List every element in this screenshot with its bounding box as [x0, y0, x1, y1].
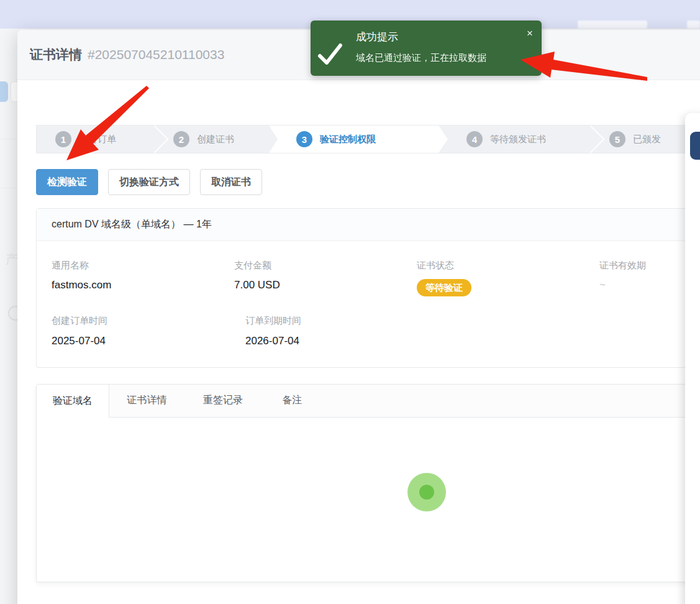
loading-spinner-dot: [419, 485, 434, 500]
tab-content-loading: [37, 418, 700, 582]
product-title: certum DV 域名级（单域名） — 1年: [37, 209, 700, 241]
field-value: 2026-07-04: [245, 335, 439, 347]
check-validation-button[interactable]: 检测验证: [36, 169, 98, 195]
field-payment-amount: 支付金额 7.00 USD: [234, 260, 417, 296]
side-panel-button[interactable]: [690, 132, 700, 160]
step-number-badge: 3: [296, 131, 312, 147]
modal-body: 1 支付订单 2 创建证书 3 验证控制权限 4 等待颁发证书 5 已颁发: [17, 80, 700, 582]
obscured-header-text: [687, 21, 700, 29]
step-number-badge: 4: [466, 131, 483, 147]
field-row: 创建订单时间 2025-07-04 订单到期时间 2026-07-04: [52, 315, 700, 347]
field-value: fastmos.com: [52, 279, 234, 291]
obscured-header-text: [578, 21, 647, 29]
field-label: 订单到期时间: [245, 315, 439, 326]
field-order-expires: 订单到期时间 2026-07-04: [245, 315, 439, 347]
side-panel: [685, 113, 700, 604]
background-text-fragment: 产: [6, 251, 18, 268]
tab-resign-records[interactable]: 重签记录: [184, 385, 261, 417]
field-label: 创建订单时间: [52, 315, 245, 326]
step-label: 创建证书: [197, 134, 234, 145]
detail-tabs-card: 验证域名 证书详情 重签记录 备注: [36, 384, 700, 582]
tab-bar: 验证域名 证书详情 重签记录 备注: [37, 385, 700, 418]
success-toast: 成功提示 域名已通过验证，正在拉取数据 ×: [311, 21, 542, 76]
tab-verify-domain[interactable]: 验证域名: [37, 385, 109, 418]
close-icon[interactable]: ×: [527, 28, 533, 39]
check-icon: [317, 41, 343, 67]
loading-spinner: [407, 473, 446, 511]
step-verify-control: 3 验证控制权限: [269, 126, 448, 153]
step-wait-issue: 4 等待颁发证书: [448, 126, 591, 153]
field-label: 通用名称: [52, 260, 234, 270]
field-cert-status: 证书状态 等待验证: [417, 260, 599, 296]
modal-title-text: 证书详情: [30, 47, 82, 62]
step-number-badge: 2: [173, 131, 189, 147]
step-number-badge: 5: [609, 131, 625, 147]
certificate-info-card: certum DV 域名级（单域名） — 1年 通用名称 fastmos.com…: [36, 208, 700, 368]
toast-message: 域名已通过验证，正在拉取数据: [356, 52, 486, 64]
background-divider: [0, 188, 17, 188]
field-label: 支付金额: [234, 260, 417, 270]
step-label: 等待颁发证书: [490, 134, 546, 145]
step-label: 验证控制权限: [320, 134, 376, 145]
background-divider: [0, 139, 17, 139]
toast-title: 成功提示: [356, 30, 398, 44]
status-badge: 等待验证: [417, 279, 471, 296]
field-value: 2025-07-04: [52, 335, 245, 347]
field-value: 7.00 USD: [234, 279, 417, 291]
certificate-detail-modal: 证书详情#202507045210110033 1 支付订单 2 创建证书 3 …: [17, 30, 700, 604]
field-value: 等待验证: [417, 279, 599, 296]
step-label: 已颁发: [633, 134, 661, 145]
field-common-name: 通用名称 fastmos.com: [52, 260, 234, 296]
step-pay-order: 1 支付订单: [37, 126, 155, 153]
page-title: 证书详情#202507045210110033: [30, 46, 224, 63]
field-row: 通用名称 fastmos.com 支付金额 7.00 USD 证书状态 等待验证: [52, 260, 700, 296]
step-create-cert: 2 创建证书: [155, 126, 278, 153]
field-label: 证书状态: [417, 260, 599, 270]
cancel-certificate-button[interactable]: 取消证书: [200, 169, 262, 195]
tab-cert-details[interactable]: 证书详情: [109, 385, 184, 417]
progress-stepper: 1 支付订单 2 创建证书 3 验证控制权限 4 等待颁发证书 5 已颁发: [36, 125, 700, 153]
action-bar: 检测验证 切换验证方式 取消证书: [36, 169, 700, 195]
step-label: 支付订单: [79, 134, 116, 145]
order-number: #202507045210110033: [88, 47, 224, 62]
background-artifact: [0, 81, 8, 102]
certificate-fields: 通用名称 fastmos.com 支付金额 7.00 USD 证书状态 等待验证: [37, 241, 700, 367]
step-number-badge: 1: [55, 131, 71, 147]
step-issued: 5 已颁发: [591, 126, 700, 153]
switch-validation-method-button[interactable]: 切换验证方式: [108, 169, 190, 195]
tab-notes[interactable]: 备注: [261, 385, 323, 417]
field-order-created: 创建订单时间 2025-07-04: [52, 315, 245, 347]
